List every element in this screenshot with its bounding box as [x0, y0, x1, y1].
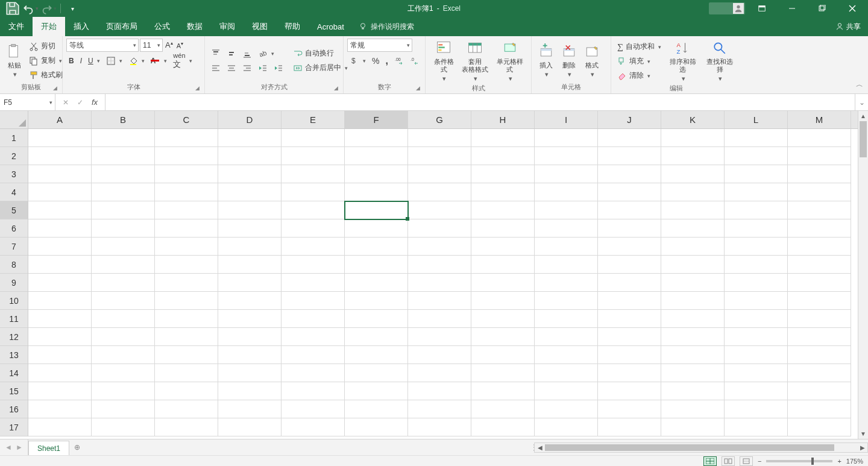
cell[interactable] — [218, 400, 281, 418]
cell[interactable] — [661, 147, 725, 165]
tab-home[interactable]: 开始 — [33, 17, 65, 36]
sort-filter-button[interactable]: AZ排序和筛选▾ — [665, 39, 701, 84]
tab-formulas[interactable]: 公式 — [146, 17, 178, 36]
cell[interactable] — [92, 256, 155, 274]
cell[interactable] — [28, 201, 92, 219]
cell[interactable] — [598, 382, 661, 400]
zoom-in-button[interactable]: + — [837, 458, 841, 465]
select-all-button[interactable] — [0, 111, 28, 129]
borders-button[interactable]: ▾ — [104, 54, 125, 68]
cell[interactable] — [218, 183, 281, 201]
cell[interactable] — [408, 418, 471, 436]
cell[interactable] — [471, 364, 535, 382]
dialog-launcher-icon[interactable]: ◢ — [53, 84, 57, 92]
cell[interactable] — [661, 274, 725, 292]
cell[interactable] — [155, 183, 218, 201]
cell[interactable] — [725, 256, 788, 274]
cell[interactable] — [535, 183, 598, 201]
cell[interactable] — [725, 382, 788, 400]
cell[interactable] — [535, 238, 598, 256]
cell[interactable] — [218, 292, 281, 310]
cell[interactable] — [408, 400, 471, 418]
cell[interactable] — [725, 328, 788, 346]
minimize-icon[interactable] — [779, 0, 805, 17]
cell[interactable] — [345, 292, 408, 310]
cell[interactable] — [788, 418, 851, 436]
paste-button[interactable]: 粘贴▾ — [4, 42, 25, 80]
clear-button[interactable]: 清除▾ — [615, 69, 664, 83]
cell[interactable] — [92, 292, 155, 310]
cell[interactable] — [471, 219, 535, 238]
cell[interactable] — [155, 382, 218, 400]
cell[interactable] — [345, 256, 408, 274]
cell[interactable] — [535, 201, 598, 219]
cell[interactable] — [345, 129, 408, 147]
cell[interactable] — [471, 147, 535, 165]
column-header[interactable]: E — [281, 111, 345, 128]
cell[interactable] — [661, 400, 725, 418]
cell[interactable] — [788, 201, 851, 219]
cell[interactable] — [535, 382, 598, 400]
cell[interactable] — [28, 238, 92, 256]
cell[interactable] — [788, 364, 851, 382]
cell[interactable] — [788, 400, 851, 418]
cell[interactable] — [345, 346, 408, 364]
cell[interactable] — [535, 364, 598, 382]
page-layout-view-button[interactable] — [722, 456, 735, 466]
cell[interactable] — [661, 129, 725, 147]
cell[interactable] — [92, 418, 155, 436]
cell[interactable] — [28, 129, 92, 147]
wrap-text-button[interactable]: 自动换行 — [291, 47, 350, 60]
column-header[interactable]: L — [725, 111, 788, 128]
undo-icon[interactable]: ▾ — [23, 1, 39, 16]
cell[interactable] — [408, 274, 471, 292]
cell[interactable] — [218, 382, 281, 400]
cell[interactable] — [661, 310, 725, 328]
cell[interactable] — [471, 129, 535, 147]
scroll-left-icon[interactable]: ◀ — [535, 443, 545, 452]
cell[interactable] — [28, 274, 92, 292]
cell[interactable] — [218, 129, 281, 147]
accounting-format-button[interactable]: $▾ — [347, 54, 368, 68]
grow-font-button[interactable]: A▴ — [164, 39, 174, 52]
sheet-tab[interactable]: Sheet1 — [28, 441, 69, 455]
cell[interactable] — [155, 147, 218, 165]
cell[interactable] — [471, 346, 535, 364]
cell[interactable] — [788, 310, 851, 328]
cell[interactable] — [788, 238, 851, 256]
comma-button[interactable]: , — [383, 54, 390, 68]
cell[interactable] — [218, 219, 281, 238]
increase-indent-button[interactable] — [271, 61, 286, 75]
find-select-button[interactable]: 查找和选择▾ — [702, 39, 738, 84]
column-header[interactable]: A — [28, 111, 92, 128]
cell[interactable] — [281, 328, 345, 346]
cell[interactable] — [218, 418, 281, 436]
cell[interactable] — [598, 310, 661, 328]
cell[interactable] — [28, 183, 92, 201]
cell[interactable] — [725, 165, 788, 183]
cell[interactable] — [471, 183, 535, 201]
cell[interactable] — [28, 382, 92, 400]
decrease-indent-button[interactable] — [256, 61, 270, 75]
align-center-button[interactable] — [224, 61, 239, 75]
cell[interactable] — [598, 129, 661, 147]
cell[interactable] — [155, 364, 218, 382]
cell[interactable] — [408, 238, 471, 256]
cell[interactable] — [788, 165, 851, 183]
cell[interactable] — [92, 346, 155, 364]
cell[interactable] — [535, 274, 598, 292]
cell[interactable] — [218, 328, 281, 346]
cell[interactable] — [155, 201, 218, 219]
row-header[interactable]: 7 — [0, 238, 28, 256]
cell[interactable] — [92, 147, 155, 165]
align-middle-button[interactable] — [224, 47, 239, 60]
align-left-button[interactable] — [209, 61, 223, 75]
qat-customize-icon[interactable]: ▾ — [64, 1, 80, 16]
phonetic-button[interactable]: wén文▾ — [171, 54, 194, 68]
cell[interactable] — [92, 400, 155, 418]
cell[interactable] — [28, 328, 92, 346]
cell[interactable] — [155, 129, 218, 147]
share-button[interactable]: 共享 — [835, 17, 861, 36]
cell[interactable] — [471, 292, 535, 310]
cell[interactable] — [92, 183, 155, 201]
